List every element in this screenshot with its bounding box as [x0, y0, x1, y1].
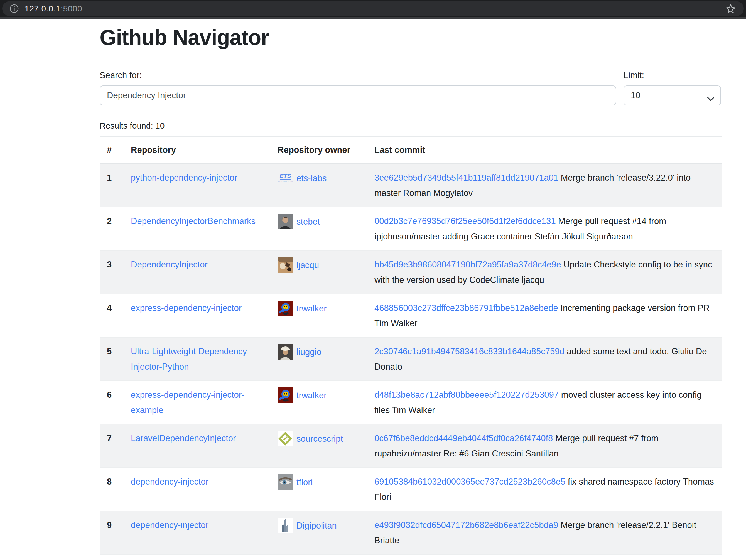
- stebet-photo-avatar: [278, 214, 293, 229]
- trwalker-lego-avatar: [278, 301, 293, 316]
- owner-name: tflori: [296, 477, 313, 487]
- table-row: 5 Ultra-Lightweight-Dependency-Injector-…: [99, 337, 721, 381]
- digipolitan-building-logo-avatar: [278, 518, 293, 533]
- toolbar-divider: [0, 17, 746, 19]
- row-number: 5: [99, 337, 123, 381]
- table-row: 2 DependencyInjectorBenchmarks stebet 00…: [99, 207, 721, 250]
- header-owner: Repository owner: [270, 137, 367, 164]
- commit-hash-link[interactable]: 3ee629eb5d7349d55f41b119aff81dd219071a01: [374, 173, 558, 183]
- row-number: 9: [99, 511, 123, 554]
- owner-name: trwalker: [296, 390, 327, 400]
- owner-link[interactable]: Digipolitan: [278, 520, 337, 530]
- url-host: 127.0.0.1: [25, 4, 61, 13]
- table-row: 9 dependency-injector Digipolitan e493f9…: [99, 511, 721, 554]
- search-input[interactable]: [99, 85, 616, 106]
- row-number: 4: [99, 294, 123, 337]
- row-number: 2: [99, 207, 123, 250]
- owner-link[interactable]: ETSLOFT SCIENCE SERVICEets-labs: [278, 173, 327, 183]
- limit-group: Limit: 10: [624, 70, 721, 106]
- table-row: 6 express-dependency-injector-example tr…: [99, 381, 721, 424]
- table-header-row: # Repository Repository owner Last commi…: [99, 137, 721, 164]
- owner-link[interactable]: trwalker: [278, 390, 327, 400]
- owner-name: Digipolitan: [296, 521, 337, 530]
- commit-hash-link[interactable]: 0c67f6be8eddcd4449eb4044f5df0ca26f4740f8: [374, 433, 553, 443]
- svg-text:ETS: ETS: [280, 173, 291, 179]
- header-repository: Repository: [123, 137, 270, 164]
- repository-link[interactable]: python-dependency-injector: [131, 173, 237, 183]
- commit-hash-link[interactable]: 2c30746c1a91b4947583416c833b1644a85c759d: [374, 347, 565, 356]
- ets-labs-logo-avatar: ETSLOFT SCIENCE SERVICE: [278, 170, 293, 186]
- limit-label: Limit:: [624, 70, 721, 81]
- table-row: 4 express-dependency-injector trwalker 4…: [99, 294, 721, 337]
- main-content: Github Navigator Search for: Limit: 10 R…: [99, 25, 721, 560]
- search-form: Search for: Limit: 10: [99, 70, 721, 106]
- repository-link[interactable]: DependencyInjector: [131, 260, 208, 269]
- commit-hash-link[interactable]: d48f13be8ac712abf80bbeeee5f120227d253097: [374, 390, 559, 400]
- row-number: 8: [99, 468, 123, 511]
- search-label: Search for:: [99, 70, 616, 81]
- ljacqu-photo-avatar: [278, 257, 293, 273]
- row-number: 6: [99, 381, 123, 424]
- url-port: :5000: [61, 4, 82, 13]
- owner-link[interactable]: stebet: [278, 216, 320, 226]
- sourcescript-diamond-logo-avatar: [278, 431, 293, 446]
- owner-link[interactable]: sourcescript: [278, 433, 343, 443]
- row-number: 1: [99, 164, 123, 207]
- browser-toolbar: 127.0.0.1:5000: [0, 0, 746, 17]
- trwalker-lego-avatar: [278, 387, 293, 403]
- repository-link[interactable]: dependency-injector: [131, 520, 208, 530]
- row-number: 10: [99, 554, 123, 560]
- owner-name: ets-labs: [296, 173, 327, 183]
- table-row: 3 DependencyInjector ljacqu bb45d9e3b986…: [99, 250, 721, 294]
- page-title: Github Navigator: [99, 25, 721, 50]
- commit-hash-link[interactable]: e493f9032dfcd65047172b682e8b6eaf22c5bda9: [374, 520, 558, 530]
- search-group: Search for:: [99, 70, 616, 106]
- header-last-commit: Last commit: [367, 137, 721, 164]
- url-text: 127.0.0.1:5000: [25, 4, 82, 13]
- table-row: 1 python-dependency-injector ETSLOFT SCI…: [99, 164, 721, 207]
- results-table: # Repository Repository owner Last commi…: [99, 136, 721, 560]
- owner-link[interactable]: ljacqu: [278, 260, 319, 269]
- owner-link[interactable]: tflori: [278, 477, 313, 487]
- row-number: 7: [99, 424, 123, 468]
- owner-name: stebet: [296, 217, 320, 227]
- commit-hash-link[interactable]: 468856003c273dffce23b86791fbbe512a8ebede: [374, 303, 558, 313]
- owner-name: trwalker: [296, 304, 327, 314]
- commit-hash-link[interactable]: bb45d9e3b98608047190bf72a95fa9a37d8c4e9e: [374, 260, 561, 269]
- repository-link[interactable]: express-dependency-injector: [131, 303, 241, 313]
- owner-name: liuggio: [296, 347, 321, 357]
- table-row: 8 dependency-injector tflori 69105384b61…: [99, 468, 721, 511]
- owner-link[interactable]: trwalker: [278, 303, 327, 313]
- repository-link[interactable]: DependencyInjectorBenchmarks: [131, 216, 256, 226]
- limit-select[interactable]: 10: [624, 85, 721, 106]
- row-number: 3: [99, 250, 123, 294]
- address-bar[interactable]: 127.0.0.1:5000: [2, 1, 744, 16]
- repository-link[interactable]: Ultra-Lightweight-Dependency-Injector-Py…: [131, 347, 250, 372]
- commit-hash-link[interactable]: 69105384b61032d000365ee737cd2523b260c8e5: [374, 477, 565, 487]
- header-num: #: [99, 137, 123, 164]
- repository-link[interactable]: LaravelDependencyInjector: [131, 433, 236, 443]
- owner-link[interactable]: liuggio: [278, 347, 321, 356]
- owner-name: ljacqu: [296, 260, 319, 270]
- table-row: 10 dependency-injector FinnWinchester 02…: [99, 554, 721, 560]
- repository-link[interactable]: express-dependency-injector-example: [131, 390, 245, 415]
- info-icon[interactable]: [9, 4, 19, 13]
- bookmark-star-icon[interactable]: [724, 2, 737, 15]
- repository-link[interactable]: dependency-injector: [131, 477, 208, 487]
- tflori-eye-photo-avatar: [278, 474, 293, 490]
- svg-text:LOFT SCIENCE SERVICE: LOFT SCIENCE SERVICE: [278, 181, 293, 183]
- liuggio-photo-avatar: [278, 344, 293, 360]
- commit-hash-link[interactable]: 00d2b3c7e76935d76f25ee50f6d1f2ef6ddce131: [374, 216, 556, 226]
- table-row: 7 LaravelDependencyInjector sourcescript…: [99, 424, 721, 468]
- results-count: Results found: 10: [99, 121, 721, 130]
- owner-name: sourcescript: [296, 434, 343, 444]
